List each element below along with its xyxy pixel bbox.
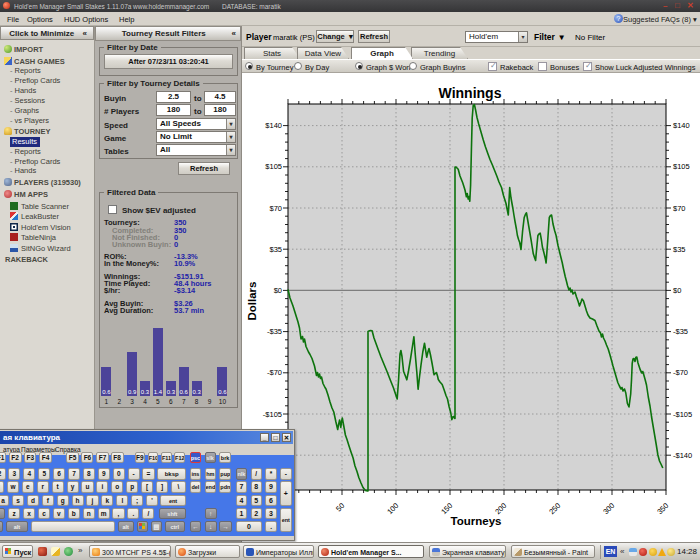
svg-text:-$105: -$105: [673, 410, 692, 419]
svg-text:$0: $0: [274, 286, 282, 295]
svg-text:$35: $35: [673, 245, 686, 254]
svg-text:Dollars: Dollars: [246, 282, 258, 321]
svg-text:-$70: -$70: [673, 368, 688, 377]
svg-text:$70: $70: [673, 204, 686, 213]
svg-text:$140: $140: [673, 121, 690, 130]
svg-text:$140: $140: [265, 121, 282, 130]
svg-text:-$70: -$70: [267, 368, 282, 377]
svg-text:-$140: -$140: [673, 451, 692, 460]
svg-text:$105: $105: [265, 162, 282, 171]
svg-text:Winnings: Winnings: [439, 85, 502, 101]
svg-text:-$35: -$35: [673, 327, 688, 336]
svg-text:$105: $105: [673, 162, 690, 171]
svg-text:$35: $35: [269, 245, 282, 254]
svg-text:$70: $70: [269, 204, 282, 213]
svg-text:$0: $0: [673, 286, 681, 295]
svg-text:Tourneys: Tourneys: [451, 515, 502, 527]
svg-text:-$105: -$105: [263, 410, 282, 419]
svg-text:-$35: -$35: [267, 327, 282, 336]
